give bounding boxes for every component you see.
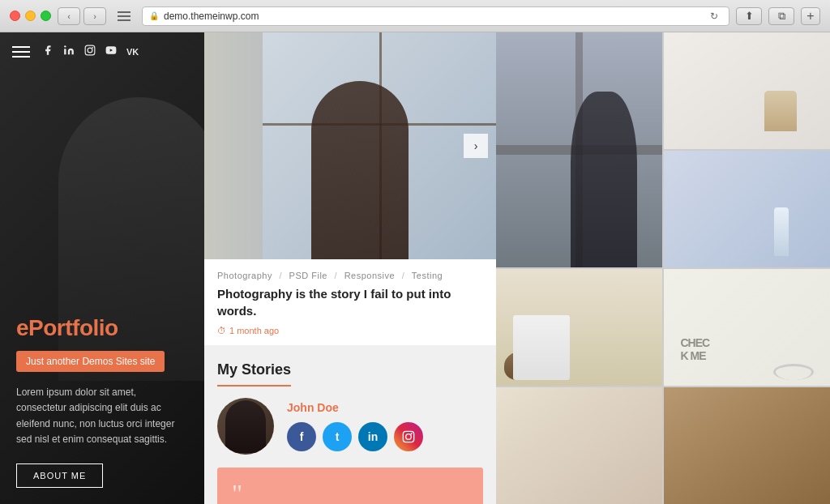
author-social-buttons: f t in [287, 422, 423, 451]
avatar-silhouette [225, 400, 266, 453]
youtube-link[interactable] [105, 45, 117, 58]
category-photography[interactable]: Photography [217, 271, 272, 280]
site-description: Lorem ipsum dolor sit amet, consectetur … [16, 385, 188, 447]
reload-button[interactable]: ↻ [706, 8, 722, 24]
instagram-link[interactable] [84, 45, 96, 58]
svg-point-0 [64, 45, 66, 47]
author-avatar [217, 398, 274, 455]
svg-point-6 [406, 434, 412, 440]
middle-column: › Photography / PSD File / Responsive / … [204, 32, 496, 504]
clock-icon: ⏱ [217, 326, 226, 335]
figure-silhouette [311, 81, 409, 259]
site-title-main: Portfolio [28, 315, 118, 340]
sidebar-toggle-button[interactable] [113, 7, 135, 25]
author-row: John Doe f t in [217, 398, 483, 455]
photo-grid: CHECK ME [496, 32, 830, 504]
add-tab-button[interactable]: + [801, 7, 820, 25]
traffic-lights [10, 11, 51, 21]
sidebar-nav: VK [0, 32, 204, 58]
author-info: John Doe f t in [287, 401, 423, 451]
back-button[interactable]: ‹ [58, 7, 80, 25]
quote-mark: " [232, 481, 468, 504]
site-title: ePortfolio [16, 315, 188, 341]
window-scene [204, 32, 496, 259]
featured-date-text: 1 month ago [229, 326, 279, 335]
author-facebook-button[interactable]: f [287, 422, 316, 451]
maximize-button[interactable] [41, 11, 51, 21]
nav-buttons: ‹ › [58, 7, 106, 25]
site-tagline: Just another Demos Sites site [16, 351, 165, 372]
svg-rect-5 [403, 431, 413, 442]
featured-date: ⏱ 1 month ago [217, 326, 483, 335]
featured-image: › [204, 32, 496, 259]
category-testing[interactable]: Testing [412, 271, 443, 280]
share-button[interactable]: ⬆ [736, 7, 762, 25]
photo-item-3[interactable] [664, 151, 830, 267]
menu-icon[interactable] [12, 46, 30, 58]
lock-icon: 🔒 [149, 11, 159, 20]
photo-item-5[interactable]: CHECK ME [664, 269, 830, 386]
featured-title[interactable]: Photography is the story I fail to put i… [217, 285, 483, 319]
author-name: John Doe [287, 401, 423, 414]
site-title-prefix: e [16, 315, 28, 340]
carousel-next-arrow[interactable]: › [464, 134, 488, 158]
stories-section: My Stories John Doe f t in [204, 345, 496, 504]
photo-item-4[interactable] [496, 269, 662, 386]
close-button[interactable] [10, 11, 20, 21]
sidebar-bottom: ePortfolio Just another Demos Sites site… [0, 299, 204, 504]
photo-item-6[interactable] [496, 387, 662, 504]
browser-chrome: ‹ › 🔒 demo.themeinwp.com ↻ ⬆ ⧉ + [0, 0, 830, 32]
quote-box: " Work hard for what you want because it… [217, 468, 483, 504]
author-instagram-button[interactable] [394, 422, 423, 451]
browser-actions: ⬆ ⧉ + [736, 7, 820, 25]
social-icons: VK [42, 45, 139, 58]
svg-point-3 [92, 47, 93, 49]
address-bar[interactable]: 🔒 demo.themeinwp.com ↻ [142, 6, 729, 26]
svg-rect-1 [85, 45, 95, 55]
page-content: VK ePortfolio Just another Demos Sites s… [0, 32, 830, 504]
linkedin-link[interactable] [63, 45, 75, 58]
svg-point-7 [411, 433, 413, 434]
minimize-button[interactable] [25, 11, 36, 21]
author-linkedin-button[interactable]: in [358, 422, 387, 451]
photo-item-7[interactable] [664, 387, 830, 504]
about-me-button[interactable]: ABOUT ME [16, 463, 103, 488]
category-responsive[interactable]: Responsive [344, 271, 395, 280]
facebook-link[interactable] [42, 45, 53, 58]
photo-item-1[interactable] [496, 32, 662, 267]
photo-item-2[interactable] [664, 32, 830, 149]
sidebar: VK ePortfolio Just another Demos Sites s… [0, 32, 204, 504]
svg-point-2 [88, 48, 92, 53]
new-tab-button[interactable]: ⧉ [768, 7, 794, 25]
category-psd[interactable]: PSD File [289, 271, 327, 280]
url-text: demo.themeinwp.com [164, 11, 259, 22]
stories-title: My Stories [217, 361, 291, 387]
featured-categories: Photography / PSD File / Responsive / Te… [217, 271, 483, 280]
vk-link[interactable]: VK [126, 47, 139, 57]
forward-button[interactable]: › [83, 7, 106, 25]
featured-meta: Photography / PSD File / Responsive / Te… [204, 259, 496, 345]
author-twitter-button[interactable]: t [323, 422, 352, 451]
